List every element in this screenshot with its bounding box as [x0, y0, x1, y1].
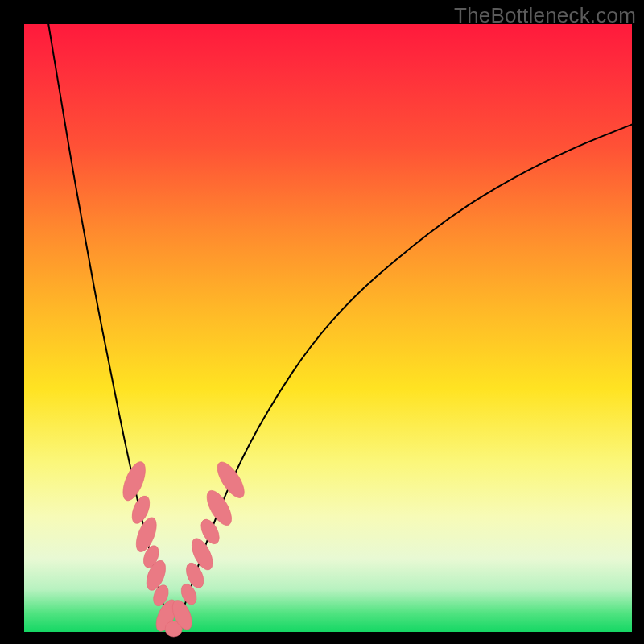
marker-layer	[118, 458, 249, 637]
curve-layer	[48, 24, 632, 632]
curve-left-branch	[48, 24, 173, 632]
chart-svg	[24, 24, 632, 632]
outer-frame: TheBottleneck.com	[0, 0, 644, 644]
plot-area	[24, 24, 632, 632]
curve-right-branch	[173, 125, 632, 632]
